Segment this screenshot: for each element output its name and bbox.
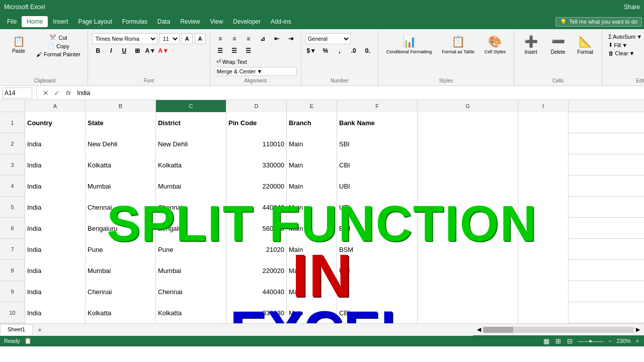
scroll-right-btn[interactable]: ▶ [636, 326, 640, 333]
format-as-table-button[interactable]: 📋 Format as Table [438, 33, 478, 57]
page-break-btn[interactable]: ⊟ [566, 337, 574, 345]
format-painter-button[interactable]: 🖌 Format Painter [33, 50, 84, 58]
cell-h1[interactable] [518, 112, 569, 133]
confirm-formula-btn[interactable]: ✓ [52, 89, 62, 97]
fill-color-button[interactable]: A▼ [144, 45, 156, 56]
cell-h8[interactable] [518, 260, 569, 281]
cell-g9[interactable] [418, 281, 518, 302]
sheet-tab-sheet1[interactable]: Sheet1 [0, 324, 33, 335]
cell-c8[interactable]: Mumbai [156, 260, 226, 281]
copy-button[interactable]: 📄 Copy [44, 42, 72, 50]
cell-g1[interactable] [418, 112, 518, 133]
conditional-formatting-button[interactable]: 📊 Conditional Formatting [382, 33, 436, 57]
cell-h7[interactable] [518, 239, 569, 260]
cell-c3[interactable]: Kolkatta [156, 154, 226, 175]
insert-button[interactable]: ➕ Insert [518, 33, 543, 57]
menu-data[interactable]: Data [152, 16, 175, 27]
col-header-b[interactable]: B [86, 100, 156, 112]
cell-d5[interactable]: 440040 [226, 197, 287, 218]
menu-file[interactable]: File [2, 16, 22, 27]
indent-left-btn[interactable]: ⇤ [271, 33, 283, 44]
autosum-button[interactable]: Σ AutoSum ▼ [606, 33, 644, 40]
cell-e5[interactable]: Main [287, 197, 337, 218]
col-header-c[interactable]: C [156, 100, 226, 112]
align-left-btn[interactable]: ☰ [214, 45, 226, 56]
cell-e2[interactable]: Main [287, 133, 337, 154]
cell-g2[interactable] [418, 133, 518, 154]
cell-f8[interactable]: UBI [337, 260, 418, 281]
row-header-6[interactable]: 6 [0, 218, 25, 239]
cell-b10[interactable]: Kolkatta [86, 302, 156, 323]
cell-g10[interactable] [418, 302, 518, 323]
cell-a4[interactable]: India [25, 175, 86, 197]
normal-view-btn[interactable]: ▦ [542, 337, 550, 345]
cell-b1[interactable]: State [86, 112, 156, 133]
cell-f1[interactable]: Bank Name [337, 112, 418, 133]
cell-f7[interactable]: BSM [337, 239, 418, 260]
cell-c4[interactable]: Mumbai [156, 175, 226, 197]
row-header-9[interactable]: 9 [0, 281, 25, 302]
menu-add-ins[interactable]: Add-ins [266, 16, 296, 27]
border-button[interactable]: ⊞ [131, 45, 143, 56]
cell-g3[interactable] [418, 154, 518, 175]
cell-styles-button[interactable]: 🎨 Cell Styles [480, 33, 510, 57]
align-top-left-btn[interactable]: ≡ [214, 33, 226, 44]
cell-g7[interactable] [418, 239, 518, 260]
menu-formulas[interactable]: Formulas [117, 16, 152, 27]
cell-b5[interactable]: Chennai [86, 197, 156, 218]
zoom-slider[interactable]: ——●—— [578, 338, 603, 344]
cell-e4[interactable]: Main [287, 175, 337, 197]
cell-g8[interactable] [418, 260, 518, 281]
indent-right-btn[interactable]: ⇥ [285, 33, 297, 44]
cell-h3[interactable] [518, 154, 569, 175]
decrease-decimal-btn[interactable]: 0. [362, 45, 374, 56]
cell-c6[interactable]: Bengaluru [156, 218, 226, 239]
cell-h2[interactable] [518, 133, 569, 154]
cell-c10[interactable]: Kolkatta [156, 302, 226, 323]
wrap-text-button[interactable]: ⏎ Wrap Text [214, 57, 297, 66]
number-format-select[interactable]: General [305, 33, 351, 44]
cell-b9[interactable]: Chennai [86, 281, 156, 302]
italic-button[interactable]: I [105, 45, 117, 56]
cell-h9[interactable] [518, 281, 569, 302]
cell-a8[interactable]: India [25, 260, 86, 281]
format-button[interactable]: 📐 Format [573, 33, 598, 57]
cell-d8[interactable]: 220020 [226, 260, 287, 281]
zoom-in-btn[interactable]: + [635, 338, 640, 344]
cell-a3[interactable]: India [25, 154, 86, 175]
cell-a5[interactable]: India [25, 197, 86, 218]
row-header-2[interactable]: 2 [0, 133, 25, 154]
cell-reference-box[interactable]: A14 [2, 87, 32, 99]
cell-h5[interactable] [518, 197, 569, 218]
cancel-formula-btn[interactable]: ✕ [41, 89, 51, 97]
merge-center-button[interactable]: Merge & Center ▼ [214, 67, 297, 76]
cell-e7[interactable]: Main [287, 239, 337, 260]
wrap-angle-btn[interactable]: ⊿ [257, 33, 269, 44]
row-header-10[interactable]: 10 [0, 302, 25, 323]
cell-e1[interactable]: Branch [287, 112, 337, 133]
font-decrease-btn[interactable]: A [195, 33, 206, 44]
cell-g5[interactable] [418, 197, 518, 218]
cell-f9[interactable]: UTI [337, 281, 418, 302]
row-header-8[interactable]: 8 [0, 260, 25, 281]
cell-b4[interactable]: Mumbai [86, 175, 156, 197]
align-top-center-btn[interactable]: ≡ [228, 33, 240, 44]
row-header-3[interactable]: 3 [0, 154, 25, 175]
row-header-4[interactable]: 4 [0, 175, 25, 197]
menu-developer[interactable]: Developer [228, 16, 266, 27]
underline-button[interactable]: U [118, 45, 130, 56]
search-bar[interactable]: 💡 Tell me what you want to do [555, 17, 642, 27]
font-name-select[interactable]: Times New Roma [92, 33, 157, 44]
font-increase-btn[interactable]: A [182, 33, 193, 44]
col-header-e[interactable]: E [287, 100, 337, 112]
cell-e10[interactable]: Main [287, 302, 337, 323]
menu-review[interactable]: Review [175, 16, 205, 27]
cell-d6[interactable]: 560020 [226, 218, 287, 239]
cell-c1[interactable]: District [156, 112, 226, 133]
cell-d3[interactable]: 330000 [226, 154, 287, 175]
cell-a2[interactable]: India [25, 133, 86, 154]
font-color-button[interactable]: A▼ [157, 45, 170, 56]
row-header-5[interactable]: 5 [0, 197, 25, 218]
horizontal-scrollbar[interactable] [483, 327, 634, 333]
cell-a10[interactable]: India [25, 302, 86, 323]
